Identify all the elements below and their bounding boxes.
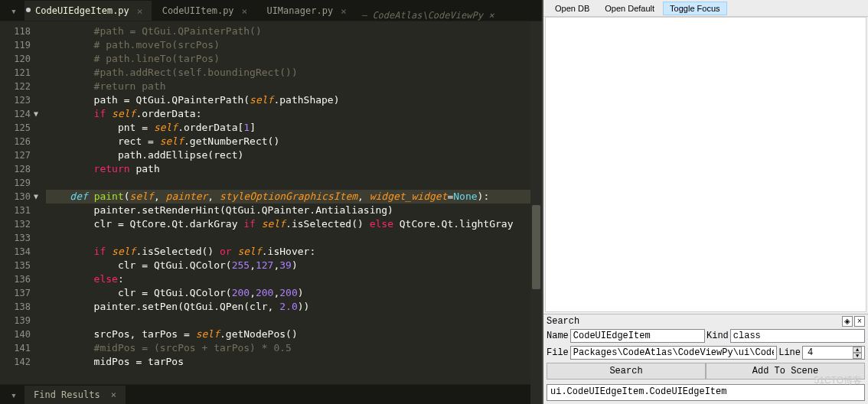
side-panel: Open DB Open Default Toggle Focus Search… — [542, 0, 868, 404]
file-tab[interactable]: UIManager.py× — [256, 1, 355, 21]
bottom-panel: Find Results × — [0, 384, 542, 404]
close-icon[interactable]: × — [137, 6, 143, 16]
find-results-tab[interactable]: Find Results × — [24, 386, 126, 404]
line-number: 127 — [0, 148, 31, 162]
line-spinner[interactable]: ▲ ▼ — [802, 346, 865, 360]
code-line[interactable]: return path — [46, 162, 542, 176]
code-line[interactable]: clr = QtCore.Qt.darkGray if self.isSelec… — [46, 217, 542, 231]
line-number: 136 — [0, 272, 31, 286]
line-number: 134 — [0, 245, 31, 259]
vertical-scrollbar[interactable] — [530, 21, 542, 404]
line-gutter: 118119120121122123124▼125126127128129130… — [0, 21, 37, 384]
add-to-scene-button[interactable]: Add To Scene — [706, 363, 865, 380]
open-default-button[interactable]: Open Default — [598, 2, 661, 15]
line-number: 137 — [0, 286, 31, 300]
line-number: 129 — [0, 176, 31, 190]
fold-icon[interactable]: ▼ — [34, 190, 38, 204]
toolbar: Open DB Open Default Toggle Focus — [543, 0, 868, 17]
file-input[interactable] — [570, 346, 777, 360]
line-number: 130▼ — [0, 190, 31, 204]
search-pane: Search ◈ × Name Kind File Line ▲ ▼ — [543, 314, 868, 404]
search-button[interactable]: Search — [547, 363, 706, 380]
code-line[interactable]: srcPos, tarPos = self.getNodePos() — [46, 327, 542, 341]
name-input[interactable] — [570, 329, 705, 343]
line-number: 138 — [0, 300, 31, 314]
line-number: 142 — [0, 355, 31, 369]
close-icon[interactable]: × — [111, 389, 116, 400]
close-icon[interactable]: × — [341, 6, 347, 16]
code-area[interactable]: #path = QtGui.QPainterPath() # path.move… — [37, 21, 542, 384]
code-line[interactable]: #return path — [46, 80, 542, 93]
file-tab[interactable]: CodeUIItem.py× — [152, 1, 256, 21]
spin-down-icon[interactable]: ▼ — [853, 353, 862, 359]
file-tab[interactable]: CodeUIEdgeItem.py× — [24, 1, 152, 21]
close-icon[interactable]: × — [242, 6, 248, 16]
fold-icon[interactable]: ▼ — [34, 107, 38, 121]
tab-path-label: — CodeAtlas\CodeViewPy — [361, 10, 483, 21]
tab-label: CodeUIItem.py — [162, 5, 234, 16]
close-icon[interactable]: × — [854, 316, 865, 327]
tab-label: UIManager.py — [266, 5, 333, 16]
line-number: 126 — [0, 135, 31, 148]
code-line[interactable] — [46, 231, 542, 245]
line-number: 120 — [0, 52, 31, 66]
code-line[interactable]: else: — [46, 272, 542, 286]
editor-panel: CodeUIEdgeItem.py×CodeUIItem.py×UIManage… — [0, 0, 542, 404]
line-number: 131 — [0, 204, 31, 217]
scrollbar-thumb[interactable] — [532, 205, 540, 289]
close-icon[interactable]: × — [488, 10, 494, 21]
code-line[interactable]: path.addEllipse(rect) — [46, 148, 542, 162]
code-line[interactable]: if self.orderData: — [46, 107, 542, 121]
line-number: 125 — [0, 121, 31, 135]
tab-bar: CodeUIEdgeItem.py×CodeUIItem.py×UIManage… — [0, 0, 542, 21]
line-number: 135 — [0, 259, 31, 272]
code-line[interactable]: if self.isSelected() or self.isHover: — [46, 245, 542, 259]
code-line[interactable]: def paint(self, painter, styleOptionGrap… — [46, 190, 542, 204]
toggle-focus-button[interactable]: Toggle Focus — [663, 2, 726, 15]
line-number: 141 — [0, 341, 31, 355]
code-line[interactable]: # path.lineTo(tarPos) — [46, 52, 542, 66]
line-number: 124▼ — [0, 107, 31, 121]
code-line[interactable]: clr = QtGui.QColor(255,127,39) — [46, 259, 542, 272]
code-line[interactable] — [46, 176, 542, 190]
editor-body: 118119120121122123124▼125126127128129130… — [0, 21, 542, 384]
open-db-button[interactable]: Open DB — [548, 2, 596, 15]
code-line[interactable]: painter.setRenderHint(QtGui.QPainter.Ant… — [46, 204, 542, 217]
undock-icon[interactable]: ◈ — [842, 316, 853, 327]
code-line[interactable]: path = QtGui.QPainterPath(self.pathShape… — [46, 93, 542, 107]
kind-input[interactable] — [730, 329, 865, 343]
file-label: File — [547, 347, 569, 358]
code-line[interactable]: #midPos = (srcPos + tarPos) * 0.5 — [46, 341, 542, 355]
line-number: 140 — [0, 327, 31, 341]
line-number: 128 — [0, 162, 31, 176]
graph-canvas[interactable] — [545, 17, 866, 312]
line-number: 132 — [0, 217, 31, 231]
line-number: 121 — [0, 66, 31, 80]
line-number: 118 — [0, 24, 31, 38]
line-number: 123 — [0, 93, 31, 107]
code-line[interactable]: #path = QtGui.QPainterPath() — [46, 24, 542, 38]
tab-menu-dropdown[interactable] — [3, 1, 24, 21]
code-line[interactable]: #path.addRect(self.boundingRect()) — [46, 66, 542, 80]
code-line[interactable]: pnt = self.orderData[1] — [46, 121, 542, 135]
search-result[interactable]: ui.CodeUIEdgeItem.CodeUIEdgeItem — [547, 384, 865, 401]
bottom-menu-dropdown[interactable] — [3, 386, 24, 404]
tab-context-path: — CodeAtlas\CodeViewPy × — [355, 10, 500, 21]
line-label: Line — [778, 347, 801, 358]
search-title-bar: Search ◈ × — [543, 314, 868, 327]
code-line[interactable]: # path.moveTo(srcPos) — [46, 38, 542, 52]
spin-up-icon[interactable]: ▲ — [853, 347, 862, 353]
kind-label: Kind — [706, 331, 729, 341]
line-input[interactable] — [805, 347, 851, 359]
code-line[interactable]: rect = self.getNumberRect() — [46, 135, 542, 148]
code-line[interactable] — [46, 314, 542, 327]
line-number: 122 — [0, 80, 31, 93]
code-line[interactable]: painter.setPen(QtGui.QPen(clr, 2.0)) — [46, 300, 542, 314]
line-number: 119 — [0, 38, 31, 52]
line-number: 139 — [0, 314, 31, 327]
search-title: Search — [547, 316, 579, 327]
find-results-label: Find Results — [34, 389, 100, 400]
code-line[interactable]: clr = QtGui.QColor(200,200,200) — [46, 286, 542, 300]
code-line[interactable]: midPos = tarPos — [46, 355, 542, 369]
tab-label: CodeUIEdgeItem.py — [35, 5, 129, 16]
